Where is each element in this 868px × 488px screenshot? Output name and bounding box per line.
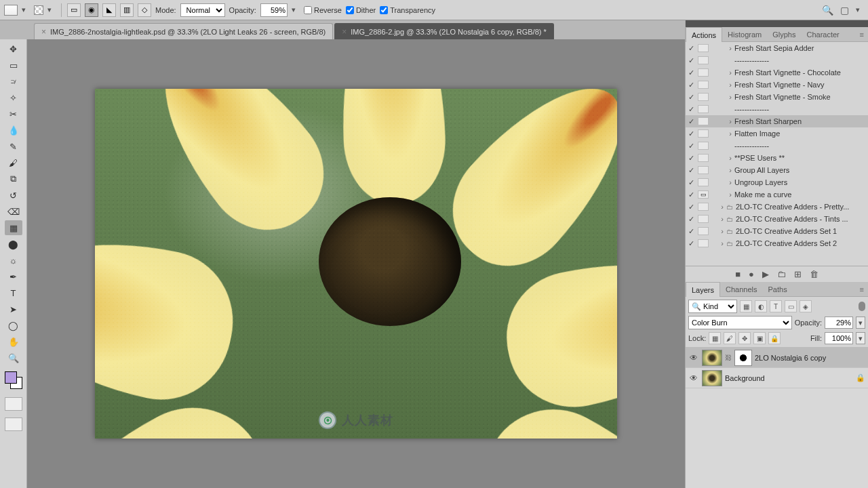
- filter-smart-icon[interactable]: ◈: [800, 300, 812, 312]
- linear-gradient-button[interactable]: ▭: [67, 3, 81, 17]
- chevron-down-icon[interactable]: ▾: [856, 317, 865, 329]
- action-dialog-icon[interactable]: [698, 56, 709, 64]
- action-row[interactable]: ✓›Fresh Start Sharpen: [686, 115, 868, 127]
- chevron-right-icon[interactable]: ›: [726, 117, 734, 125]
- action-dialog-icon[interactable]: [698, 154, 709, 162]
- tab-glyphs[interactable]: Glyphs: [767, 27, 801, 42]
- filter-type-icon[interactable]: T: [770, 300, 782, 312]
- lock-position-icon[interactable]: ✥: [738, 332, 751, 344]
- angle-gradient-button[interactable]: ◣: [102, 3, 116, 17]
- action-check-icon[interactable]: ✓: [686, 129, 696, 138]
- filter-pixel-icon[interactable]: ▦: [740, 300, 752, 312]
- chevron-right-icon[interactable]: ›: [726, 190, 734, 199]
- layer-thumbnail[interactable]: [702, 370, 722, 386]
- chevron-down-icon[interactable]: ▾: [856, 5, 864, 14]
- layer-row[interactable]: 👁Background🔒: [686, 368, 868, 388]
- action-check-icon[interactable]: ✓: [686, 239, 696, 248]
- quick-mask-icon[interactable]: [5, 397, 22, 411]
- layers-list[interactable]: 👁⛓2LO Nostalgia 6 copy👁Background🔒: [686, 348, 868, 488]
- lock-pixels-icon[interactable]: 🖌: [724, 332, 736, 344]
- close-icon[interactable]: ×: [342, 27, 347, 37]
- action-row[interactable]: ✓›Fresh Start Vignette - Smoke: [686, 91, 868, 103]
- action-check-icon[interactable]: ✓: [686, 56, 696, 65]
- brush-tool-icon[interactable]: 🖌: [5, 155, 22, 170]
- action-row[interactable]: ✓›Fresh Start Vignette - Navy: [686, 79, 868, 91]
- action-row[interactable]: ✓›Fresh Start Vignette - Chocolate: [686, 66, 868, 79]
- action-row[interactable]: ✓›🗀2LO-TC Creative Adders - Pretty...: [686, 201, 868, 213]
- layer-thumbnail[interactable]: [702, 350, 722, 366]
- chevron-down-icon[interactable]: ▾: [47, 5, 56, 14]
- layer-opacity-input[interactable]: [825, 317, 853, 329]
- chevron-down-icon[interactable]: ▾: [292, 5, 300, 14]
- action-row[interactable]: ✓›🗀2LO-TC Creative Adders - Tints ...: [686, 213, 868, 225]
- action-check-icon[interactable]: ✓: [686, 44, 696, 53]
- canvas-area[interactable]: ⦿ 人人素材: [27, 39, 685, 488]
- action-row[interactable]: ✓›🗀2LO-TC Creative Adders Set 2: [686, 237, 868, 249]
- healing-brush-tool-icon[interactable]: ✎: [5, 139, 22, 154]
- chevron-down-icon[interactable]: ▾: [856, 332, 865, 344]
- visibility-icon[interactable]: 👁: [688, 353, 699, 363]
- chevron-right-icon[interactable]: ›: [726, 81, 734, 89]
- marquee-tool-icon[interactable]: ▭: [5, 58, 22, 73]
- lock-all-icon[interactable]: 🔒: [768, 332, 781, 344]
- action-check-icon[interactable]: ✓: [686, 93, 696, 102]
- color-swatches[interactable]: [3, 370, 24, 390]
- close-icon[interactable]: ×: [41, 27, 46, 37]
- document-tab[interactable]: × IMG_2886-2nostalgia-lightleak.psd @ 33…: [34, 23, 333, 39]
- search-icon[interactable]: 🔍: [822, 5, 833, 16]
- action-dialog-icon[interactable]: [698, 93, 709, 101]
- action-dialog-icon[interactable]: [698, 129, 709, 138]
- shape-tool-icon[interactable]: ◯: [5, 318, 22, 333]
- action-dialog-icon[interactable]: [698, 215, 709, 223]
- action-row[interactable]: ✓--------------: [686, 140, 868, 152]
- tab-character[interactable]: Character: [801, 27, 844, 42]
- action-check-icon[interactable]: ✓: [686, 227, 696, 236]
- type-tool-icon[interactable]: T: [5, 285, 22, 300]
- action-dialog-icon[interactable]: [698, 227, 709, 235]
- chevron-right-icon[interactable]: ›: [726, 166, 734, 174]
- history-brush-tool-icon[interactable]: ↺: [5, 188, 22, 203]
- action-row[interactable]: ✓--------------: [686, 54, 868, 66]
- chevron-right-icon[interactable]: ›: [718, 203, 726, 211]
- magic-wand-tool-icon[interactable]: ✧: [5, 90, 22, 105]
- eraser-tool-icon[interactable]: ⌫: [5, 204, 22, 219]
- dodge-tool-icon[interactable]: ☼: [5, 253, 22, 268]
- panel-menu-icon[interactable]: ≡: [856, 30, 868, 39]
- crop-tool-icon[interactable]: ✂: [5, 106, 22, 121]
- clone-stamp-tool-icon[interactable]: ⧉: [5, 171, 22, 186]
- path-selection-tool-icon[interactable]: ➤: [5, 302, 22, 317]
- filter-kind-select[interactable]: 🔍 Kind: [688, 300, 737, 313]
- document-tab[interactable]: × IMG_2886-2.jpg @ 33.3% (2LO Nostalgia …: [334, 23, 554, 39]
- action-row[interactable]: ✓›Ungroup Layers: [686, 176, 868, 188]
- action-row[interactable]: ✓›Group All Layers: [686, 164, 868, 176]
- blend-mode-select[interactable]: Color Burn: [688, 316, 792, 329]
- gradient-preview[interactable]: [34, 5, 43, 15]
- trash-icon[interactable]: 🗑: [810, 269, 818, 279]
- record-icon[interactable]: ●: [749, 269, 754, 279]
- layer-name[interactable]: Background: [725, 374, 853, 382]
- canvas-document[interactable]: ⦿ 人人素材: [95, 89, 617, 439]
- tab-actions[interactable]: Actions: [686, 27, 722, 42]
- hand-tool-icon[interactable]: ✋: [5, 334, 22, 349]
- action-row[interactable]: ✓›Fresh Start Sepia Adder: [686, 42, 868, 54]
- lock-transparency-icon[interactable]: ▦: [709, 332, 721, 344]
- move-tool-icon[interactable]: ✥: [5, 41, 22, 56]
- action-dialog-icon[interactable]: [698, 117, 709, 125]
- chevron-right-icon[interactable]: ›: [718, 215, 726, 223]
- action-dialog-icon[interactable]: [698, 81, 709, 89]
- action-dialog-icon[interactable]: [698, 178, 709, 186]
- play-icon[interactable]: ▶: [762, 269, 769, 279]
- fill-input[interactable]: [825, 332, 853, 344]
- chevron-right-icon[interactable]: ›: [726, 44, 734, 52]
- action-check-icon[interactable]: ✓: [686, 68, 696, 77]
- stop-icon[interactable]: ■: [735, 269, 741, 279]
- action-check-icon[interactable]: ✓: [686, 81, 696, 89]
- action-check-icon[interactable]: ✓: [686, 117, 696, 126]
- new-action-icon[interactable]: ⊞: [794, 269, 802, 279]
- opacity-input[interactable]: [260, 3, 288, 17]
- transparency-checkbox[interactable]: Transparency: [380, 6, 435, 14]
- radial-gradient-button[interactable]: ◉: [85, 3, 98, 17]
- action-check-icon[interactable]: ✓: [686, 178, 696, 187]
- chevron-right-icon[interactable]: ›: [726, 93, 734, 101]
- action-dialog-icon[interactable]: [698, 203, 709, 211]
